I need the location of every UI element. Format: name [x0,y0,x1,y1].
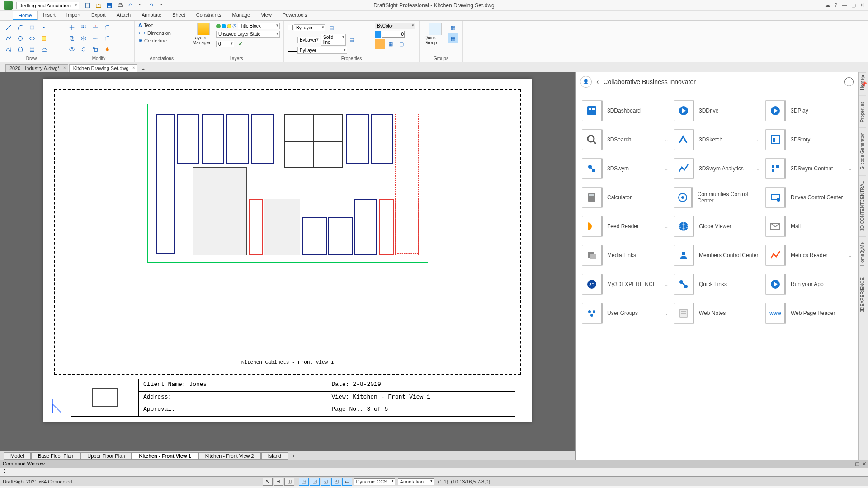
chevron-down-icon[interactable]: ⌄ [756,137,760,142]
file-tab-close-icon[interactable]: × [132,66,135,70]
scale-tool[interactable] [90,44,100,54]
chevron-down-icon[interactable]: ⌄ [848,253,852,258]
tab-view[interactable]: View [255,11,277,20]
app-3dswym[interactable]: 3DSwym⌄ [582,158,668,179]
sb-osnap[interactable]: ◱ [321,478,330,486]
sb-grid[interactable]: ⊞ [274,478,283,486]
group-edit-icon[interactable]: ▩ [448,23,458,33]
sheet-tab[interactable]: Island [261,452,288,460]
app-3ddrive[interactable]: 3DDrive [674,100,760,121]
rail-home[interactable]: Home [859,72,866,96]
region-tool[interactable] [39,33,49,43]
sheet-tab[interactable]: Kitchen - Front View 2 [198,452,261,460]
app-media-links[interactable]: Media Links [582,245,668,266]
mirror-tool[interactable] [79,33,89,43]
rail-3dexperience[interactable]: 3DEXPERIENCE [859,272,866,318]
rail-homebyme[interactable]: HomeByMe [859,236,866,271]
rail-g-code-generator[interactable]: G-code Generator [859,127,866,175]
app-3dsearch[interactable]: 3DSearch⌄ [582,129,668,150]
layer-apply[interactable]: ✔ [235,39,245,49]
app-drives-control-center[interactable]: Drives Control Center [765,187,852,208]
print-icon[interactable] [117,2,123,9]
tab-powertools[interactable]: Powertools [277,11,312,20]
app-3ddashboard[interactable]: 3DDashboard [582,100,668,121]
workspace-dropdown[interactable]: Drafting and Annotation [16,2,79,9]
line-tool[interactable] [4,23,14,33]
tab-constraints[interactable]: Constraints [191,11,227,20]
tab-annotate[interactable]: Annotate [136,11,167,20]
prop-icon-3[interactable]: ▢ [396,39,406,49]
undo-dropdown[interactable]: ▾ [139,2,145,9]
rectangle-tool[interactable] [27,23,37,33]
tab-attach[interactable]: Attach [111,11,136,20]
sb-lwt[interactable]: ▭ [342,478,352,486]
add-file-tab[interactable]: + [138,66,148,72]
tab-home[interactable]: Home [13,11,38,20]
color-dropdown[interactable]: ByLayer [294,24,326,31]
app-user-groups[interactable]: User Groups⌄ [582,303,668,324]
app-feed-reader[interactable]: Feed Reader⌄ [582,216,668,237]
chevron-down-icon[interactable]: ⌄ [848,166,852,171]
minimize-icon[interactable]: — [842,2,847,8]
app-3dswym-analytics[interactable]: 3DSwym Analytics⌄ [674,158,760,179]
redo-dropdown[interactable]: ▾ [160,2,167,9]
ccs-dropdown[interactable]: Dynamic CCS [354,478,395,485]
copy-tool[interactable] [67,33,77,43]
chevron-down-icon[interactable]: ⌄ [665,282,668,287]
cloud-icon[interactable]: ☁ [825,2,830,8]
tab-import[interactable]: Import [61,11,86,20]
cmd-close-icon[interactable]: ✕ [862,461,866,467]
app-run-your-app[interactable]: Run your App [765,274,852,295]
file-tab[interactable]: Kitchen Drawing Set.dwg× [69,64,137,72]
info-icon[interactable]: i [844,77,854,86]
chevron-down-icon[interactable]: ⌄ [756,166,760,171]
back-icon[interactable]: ‹ [596,78,599,86]
app-3dplay[interactable]: 3DPlay [765,100,852,121]
layer-titleblock-dropdown[interactable]: Title Block [238,23,280,29]
text-tool[interactable]: AText [138,23,171,28]
sb-ortho[interactable]: ◳ [299,478,309,486]
tab-sheet[interactable]: Sheet [167,11,191,20]
sheet-tab[interactable]: Model [4,452,31,460]
color-panel-icon[interactable]: ▤ [326,23,336,33]
spline-tool[interactable] [4,44,14,54]
save-icon[interactable] [106,2,113,9]
chevron-down-icon[interactable]: ⌄ [665,224,668,229]
tab-export[interactable]: Export [86,11,111,20]
offset-tool[interactable] [67,44,77,54]
cmd-restore-icon[interactable]: ▢ [855,461,859,467]
app-members-control-center[interactable]: Members Control Center [674,245,760,266]
linetype-dropdown[interactable]: ByLayer [297,37,320,43]
lineweight-dropdown[interactable]: ByLayer [297,47,347,54]
app-calculator[interactable]: Calculator [582,187,668,208]
cloud-tool[interactable] [39,44,49,54]
file-tab-close-icon[interactable]: × [63,66,66,70]
ellipse-tool[interactable] [27,33,37,43]
polyline-tool[interactable] [4,33,14,43]
help-icon[interactable]: ? [835,2,837,8]
app-metrics-reader[interactable]: Metrics Reader⌄ [765,245,852,266]
quick-group[interactable]: Quick Group [425,23,446,45]
sb-otrack[interactable]: ◰ [331,478,341,486]
rotate-tool[interactable] [79,44,89,54]
prop-icon-2[interactable]: ▦ [386,39,396,49]
undo-icon[interactable]: ↶ [128,2,134,9]
user-icon[interactable]: 👤 [580,76,592,88]
maximize-icon[interactable]: ▢ [851,2,856,8]
app-globe-viewer[interactable]: Globe Viewer [674,216,760,237]
annotation-scale-dropdown[interactable]: Annotation [398,478,434,485]
fillet-tool[interactable] [102,23,112,33]
trim-tool[interactable] [90,23,100,33]
bycolor-dropdown[interactable]: ByColor [375,23,415,29]
sb-snap[interactable]: ◫ [284,478,294,486]
chevron-down-icon[interactable]: ⌄ [665,166,668,171]
open-icon[interactable] [95,2,102,9]
linetype-panel-icon[interactable]: ▤ [347,35,357,45]
prop-icon-1[interactable] [375,39,385,49]
tab-insert[interactable]: Insert [38,11,61,20]
app-web-notes[interactable]: Web Notes [674,303,760,324]
arc-tool[interactable] [15,23,25,33]
app-my3dexperience[interactable]: 3DMy3DEXPERIENCE⌄ [582,274,668,295]
app-3dstory[interactable]: 3DStory [765,129,852,150]
sheet-tab[interactable]: Kitchen - Front View 1 [132,452,198,460]
